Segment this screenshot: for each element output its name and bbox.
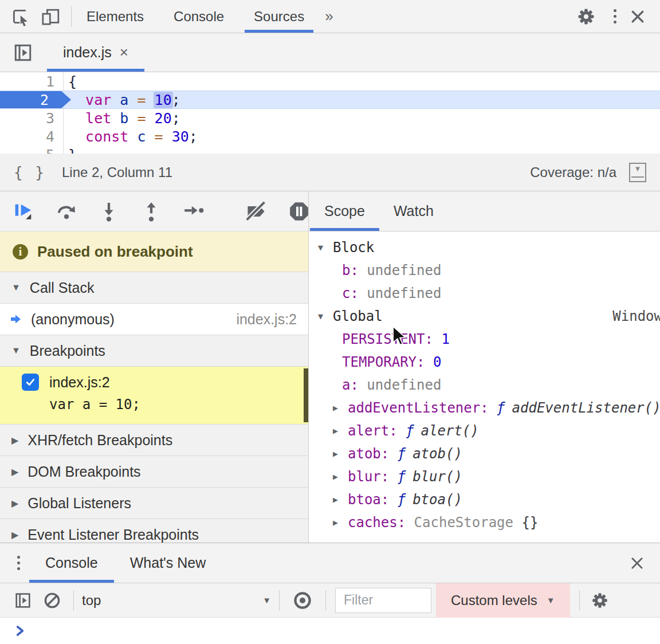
line-number-gutter[interactable]: 1 [0,72,64,91]
coverage-toggle-icon[interactable]: ▼ [629,163,646,182]
call-stack-section-header[interactable]: ▼ Call Stack [0,272,308,303]
custom-levels-dropdown[interactable]: Custom levels ▼ [436,583,570,618]
object-class-name: CacheStorage [414,515,513,531]
toolbar-divider [279,590,280,611]
live-expression-eye-icon[interactable] [292,590,313,611]
console-sidebar-toggle-icon[interactable] [14,591,32,610]
code-text: let b = 20; [64,110,180,127]
scope-property-row[interactable]: b: undefined [309,259,660,282]
event-listener-breakpoints-section-header[interactable]: ▶ Event Listener Breakpoints [0,519,308,543]
property-value: 1 [441,331,449,347]
show-navigator-icon[interactable] [13,42,33,63]
scope-property-row[interactable]: TEMPORARY: 0 [309,351,660,374]
tab-scope[interactable]: Scope [310,191,379,231]
tab-drawer-console[interactable]: Console [29,543,114,583]
scope-property-row[interactable]: a: undefined [309,374,660,396]
step-into-button[interactable] [97,200,120,223]
property-name: btoa: [348,492,389,508]
panel-tabs: Elements Console Sources » [72,0,339,33]
line-number-gutter[interactable]: 5 [0,146,64,154]
chevron-right-icon: ▶ [11,466,18,477]
code-text: var a = 10; [64,92,180,108]
section-title: Global Listeners [28,495,131,512]
deactivate-breakpoints-button[interactable] [244,200,268,223]
more-options-menu-icon[interactable] [601,9,629,23]
code-editor[interactable]: 1 { 2 var a = 10; 3 let b = 20; 4 const … [0,72,660,154]
code-text: } [64,147,77,154]
line-number-gutter[interactable]: 3 [0,109,64,127]
drawer-menu-icon[interactable] [8,556,29,570]
breakpoints-title: Breakpoints [30,343,105,359]
device-toolbar-icon[interactable] [40,7,61,26]
console-prompt[interactable] [0,618,660,644]
chevron-down-icon: ▼ [11,345,21,356]
console-settings-gear-icon[interactable] [590,591,610,610]
step-out-button[interactable] [140,200,163,223]
close-devtools-icon[interactable] [629,8,646,25]
coverage-label: Coverage: n/a [530,164,616,180]
step-button[interactable] [182,200,205,223]
scope-panel: Scope Watch ▼Block b: undefined c: undef… [309,191,660,543]
active-frame-arrow-icon [9,312,23,326]
scope-function-row[interactable]: ▶btoa: ƒbtoa() [309,488,660,511]
pretty-print-icon[interactable]: { } [14,164,46,181]
scrollbar-thumb[interactable] [304,368,308,422]
breakpoint-entry[interactable]: index.js:2 var a = 10; [0,366,308,424]
scope-block-section[interactable]: ▼Block [309,236,660,259]
scope-function-row[interactable]: ▶alert: ƒalert() [309,419,660,442]
tab-whats-new[interactable]: What's New [114,543,222,583]
tab-sources[interactable]: Sources [239,0,319,33]
clear-console-icon[interactable] [42,591,62,610]
step-over-button[interactable] [55,200,78,223]
code-line-2-paused: 2 var a = 10; [0,91,660,109]
paused-on-breakpoint-banner: i Paused on breakpoint [0,231,308,272]
tab-elements[interactable]: Elements [72,0,159,33]
toolbar-divider [579,590,580,611]
settings-gear-icon[interactable] [576,6,596,27]
context-selector[interactable]: top ▼ [82,592,271,608]
tab-console[interactable]: Console [159,0,239,33]
chevron-right-icon: ▶ [11,498,18,509]
resume-script-button[interactable] [13,200,36,223]
close-drawer-icon[interactable] [629,555,645,571]
breakpoints-section-header[interactable]: ▼ Breakpoints [0,335,308,366]
debug-sidebar: i Paused on breakpoint ▼ Call Stack (ano… [0,191,308,543]
scope-property-row[interactable]: PERSISTENT: 1 [309,328,660,351]
more-tabs-button[interactable]: » [319,0,339,33]
xhr-breakpoints-section-header[interactable]: ▶ XHR/fetch Breakpoints [0,424,308,455]
filter-input[interactable] [335,588,431,613]
file-tab-indexjs[interactable]: index.js × [47,33,144,72]
dom-breakpoints-section-header[interactable]: ▶ DOM Breakpoints [0,455,308,487]
toolbar-divider [325,590,326,611]
sources-file-tabbar: index.js × [0,33,660,72]
info-icon: i [13,244,28,260]
breakpoint-checkbox[interactable] [22,374,39,391]
file-tab-close-icon[interactable]: × [120,44,128,61]
scope-object-type: Window [612,308,660,324]
scope-tree: ▼Block b: undefined c: undefined ▼Global… [309,231,660,534]
line-number-gutter[interactable]: 4 [0,127,64,146]
scope-function-row[interactable]: ▶blur: ƒblur() [309,465,660,488]
scope-global-section[interactable]: ▼Global Window [309,305,660,328]
scope-function-row[interactable]: ▶atob: ƒatob() [309,442,660,465]
chevron-right-icon: ▶ [11,435,18,446]
function-symbol: ƒ [398,446,412,462]
chevron-right-icon: ▶ [333,494,348,505]
console-toolbar: top ▼ Custom levels ▼ [0,583,660,618]
property-name: TEMPORARY: [342,354,425,370]
property-name: alert: [348,423,398,439]
tab-watch[interactable]: Watch [379,191,448,231]
inspect-element-icon[interactable] [10,7,30,26]
chevron-right-icon: ▶ [333,517,348,528]
pause-on-exceptions-button[interactable] [288,200,308,223]
function-signature: alert() [421,423,479,439]
line-number-gutter-breakpoint[interactable]: 2 [0,91,64,108]
scope-property-row[interactable]: c: undefined [309,282,660,305]
scope-object-row[interactable]: ▶caches: CacheStorage {} [309,511,660,534]
global-listeners-section-header[interactable]: ▶ Global Listeners [0,487,308,519]
call-stack-frame-row[interactable]: (anonymous) index.js:2 [0,303,308,335]
drawer-tabbar: Console What's New [0,543,660,583]
chevron-down-icon: ▼ [318,311,333,321]
frame-location: index.js:2 [236,311,297,328]
scope-function-row[interactable]: ▶addEventListener: ƒaddEventListener() [309,396,660,419]
